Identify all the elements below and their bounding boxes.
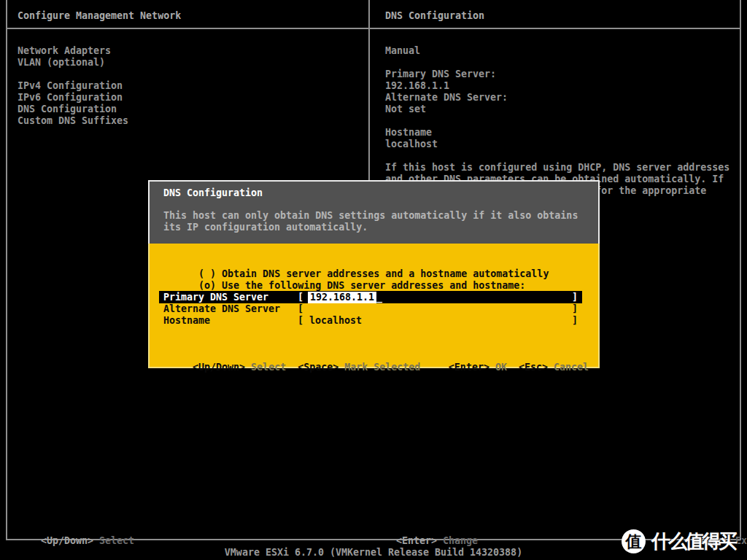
- frame-left-border: [6, 0, 7, 540]
- footer-hint-change: <Enter>Change: [373, 524, 478, 535]
- watermark-text: 什么值得买: [651, 528, 735, 554]
- panel-divider-line: [368, 0, 370, 180]
- smzdm-badge-icon: 值: [622, 529, 646, 553]
- bracket-open-icon: [: [298, 292, 303, 303]
- dialog-description-line2: its IP configuration automatically.: [163, 222, 368, 233]
- sidebar-item-network-adapters[interactable]: Network Adapters: [18, 45, 111, 57]
- hostname-input[interactable]: localhost: [309, 315, 362, 327]
- dcui-screen: Configure Management Network DNS Configu…: [0, 0, 747, 560]
- right-panel-title: DNS Configuration: [385, 10, 484, 22]
- select-action-label: Select: [99, 535, 134, 546]
- dns-mode-value: Manual: [385, 45, 420, 57]
- updown-key-label: <Up/Down>: [41, 535, 93, 546]
- sidebar-item-custom-dns-suffixes[interactable]: Custom DNS Suffixes: [18, 115, 128, 127]
- radio-option-manual-label: Use the following DNS server addresses a…: [222, 280, 525, 291]
- bracket-open-icon: [: [298, 303, 303, 315]
- radio-option-manual[interactable]: (o)Use the following DNS server addresse…: [163, 268, 525, 280]
- bracket-close-icon: ]: [572, 303, 578, 315]
- cancel-action-label: Cancel: [554, 362, 589, 373]
- dialog-hints-left: <Up/Down>Select<Space>Mark Selected: [158, 350, 420, 362]
- alternate-dns-value: Not set: [385, 104, 426, 115]
- space-key-label: <Space>: [298, 362, 338, 373]
- primary-dns-label: Primary DNS Server:: [385, 69, 496, 80]
- left-panel-title: Configure Management Network: [18, 10, 181, 22]
- dns-config-dialog: DNS Configuration This host can only obt…: [148, 180, 600, 368]
- dialog-description-line1: This host can only obtain DNS settings a…: [163, 210, 578, 222]
- bracket-close-icon: ]: [572, 292, 578, 303]
- footer-hint-select: <Up/Down>Select: [18, 524, 134, 535]
- change-action-label: Change: [443, 535, 478, 546]
- field-label-hostname[interactable]: Hostname: [163, 315, 210, 327]
- hostname-value: localhost: [385, 139, 438, 150]
- radio-option-auto[interactable]: ( )Obtain DNS server addresses and a hos…: [163, 257, 549, 268]
- exit-action-label: Exit: [735, 535, 747, 546]
- radio-selected-icon: (o): [198, 280, 216, 291]
- header-divider-line: [6, 28, 741, 29]
- text-cursor-caret: _: [376, 292, 382, 303]
- bracket-close-icon: ]: [572, 315, 578, 327]
- sidebar-item-ipv6-configuration[interactable]: IPv6 Configuration: [18, 92, 123, 104]
- alternate-dns-label: Alternate DNS Server:: [385, 92, 508, 104]
- updown-key-label: <Up/Down>: [193, 362, 245, 373]
- esc-key-label: <Esc>: [519, 362, 548, 373]
- sidebar-item-dns-configuration[interactable]: DNS Configuration: [18, 104, 117, 115]
- hostname-label: Hostname: [385, 127, 432, 139]
- primary-dns-input[interactable]: 192.168.1.1: [308, 292, 376, 303]
- primary-dns-value: 192.168.1.1: [385, 80, 449, 92]
- bracket-open-icon: [: [298, 315, 303, 327]
- dialog-hints-right: <Enter>OK<Esc>Cancel: [414, 350, 589, 362]
- enter-key-label: <Enter>: [449, 362, 489, 373]
- mark-action-label: Mark Selected: [344, 362, 420, 373]
- field-label-alternate-dns[interactable]: Alternate DNS Server: [163, 303, 280, 315]
- select-action-label: Select: [251, 362, 286, 373]
- enter-key-label: <Enter>: [396, 535, 437, 546]
- dialog-title: DNS Configuration: [163, 187, 263, 199]
- ok-action-label: OK: [495, 362, 507, 373]
- dhcp-help-text-line1: If this host is configured using DHCP, D…: [385, 162, 729, 174]
- frame-right-border: [740, 0, 741, 540]
- field-label-primary-dns[interactable]: Primary DNS Server: [163, 292, 268, 303]
- sidebar-item-vlan[interactable]: VLAN (optional): [18, 57, 105, 69]
- sidebar-item-ipv4-configuration[interactable]: IPv4 Configuration: [18, 80, 123, 92]
